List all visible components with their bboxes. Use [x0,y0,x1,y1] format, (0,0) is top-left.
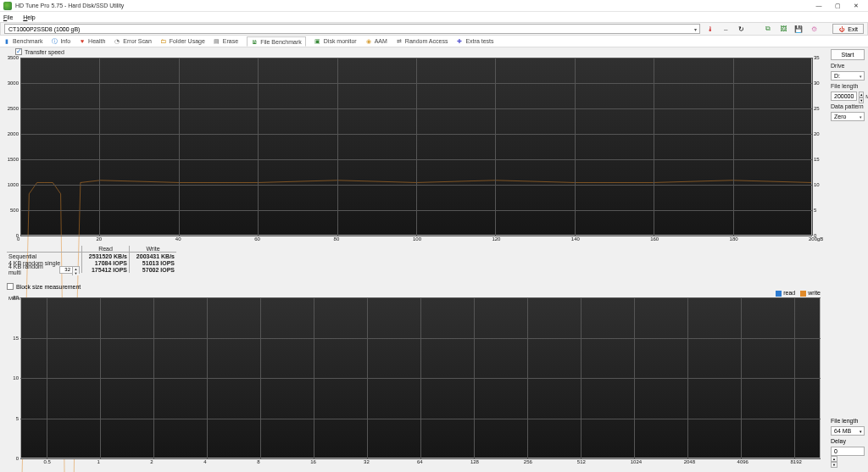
tab-benchmark[interactable]: ▮Benchmark [3,38,42,45]
drive-label: Drive [831,63,865,69]
exit-icon: ⏻ [838,25,845,32]
extra-icon: ✚ [456,38,463,45]
transfer-legend-label: Transfer speed [25,49,64,55]
file-benchmark-panel: Transfer speed 0500100015002000250030003… [0,47,868,472]
tab-folder-usage[interactable]: 🗀Folder Usage [160,38,205,45]
row-4k-multi: 4 KB random multi ▲▼ [7,266,81,273]
monitor-icon: ▣ [314,38,321,45]
row-sequential: Sequential [7,253,81,259]
close-button[interactable]: ✕ [848,2,865,10]
tab-info[interactable]: ⓘInfo [51,38,70,45]
minimize-button[interactable]: — [810,2,827,10]
delay-input[interactable]: 0 [831,447,865,456]
seq-write: 2003431 KB/s [129,253,176,259]
tab-aam[interactable]: ◉AAM [365,38,387,45]
tab-erase[interactable]: ▤Erase [214,38,238,45]
block-size-checkbox[interactable] [7,283,14,290]
save-icon[interactable]: 💾 [793,24,804,34]
tab-error-scan[interactable]: ◔Error Scan [114,38,151,45]
delay-label: Delay [831,438,865,444]
block-size-label: Block size measurement [16,284,81,290]
options-icon[interactable]: ⚙ [809,24,819,34]
tab-health[interactable]: ♥Health [79,38,105,45]
tab-file-benchmark[interactable]: 🗎File Benchmark [247,36,306,47]
transfer-controls: Start Drive D: File length 200000 ▲▼ MB … [831,49,865,121]
seq-read: 2531520 KB/s [81,253,129,259]
results-table: Read Write Sequential 2531520 KB/s 20034… [7,246,826,281]
block-controls: File length 64 MB▾ Delay 0 ▲▼ [831,418,865,465]
read-swatch [776,291,782,297]
copy-icon[interactable]: ⧉ [763,24,773,34]
menu-bar: File Help [0,12,868,22]
queue-depth-spinner[interactable]: ▲▼ [59,266,80,274]
block-file-length-label: File length [831,418,865,424]
heart-icon: ♥ [79,38,86,45]
drive-letter-select[interactable]: D: [831,71,865,81]
file-length-label: File length [831,83,865,89]
col-read: Read [81,246,129,253]
write-swatch [800,291,806,297]
drive-select[interactable]: CT1000P2SSD8 (1000 gB) [4,24,700,34]
screenshot-icon[interactable]: 🖼 [778,24,788,34]
folder-icon: 🗀 [160,38,167,45]
queue-depth-input[interactable] [60,267,72,273]
app-icon [3,2,12,10]
chart-icon: ▮ [3,38,10,45]
col-write: Write [129,246,176,253]
tab-disk-monitor[interactable]: ▣Disk monitor [314,38,357,45]
info-icon: ⓘ [51,38,58,45]
delay-spinner[interactable]: ▲▼ [831,456,837,465]
4k-single-write: 51013 IOPS [129,259,176,266]
maximize-button[interactable]: ▢ [829,2,846,10]
data-pattern-select[interactable]: Zero [831,112,865,121]
block-legend: read write [776,290,821,297]
tab-bar: ▮Benchmark ⓘInfo ♥Health ◔Error Scan 🗀Fo… [0,36,868,47]
file-length-spinner[interactable]: ▲▼ [859,92,864,101]
transfer-speed-checkbox[interactable] [15,48,22,55]
erase-icon: ▤ [214,38,220,45]
transfer-legend: Transfer speed [7,47,826,56]
drive-select-value: CT1000P2SSD8 (1000 gB) [8,26,80,32]
exit-button[interactable]: ⏻ Exit [832,24,864,34]
drive-toolbar: CT1000P2SSD8 (1000 gB) 🌡 – ↻ ⧉ 🖼 💾 ⚙ ⏻ E… [0,22,868,36]
block-size-row: Block size measurement [7,283,81,290]
transfer-chart-zone: Transfer speed 0500100015002000250030003… [7,47,826,244]
block-chart-zone: read write 05101520MB/s0.512481632641282… [7,290,826,469]
title-bar: HD Tune Pro 5.75 - Hard Disk/SSD Utility… [0,0,868,12]
data-pattern-label: Data pattern [831,103,865,109]
refresh-icon[interactable]: ↻ [736,24,746,34]
random-icon: ⇄ [396,38,403,45]
block-file-length-select[interactable]: 64 MB▾ [831,426,865,436]
start-button[interactable]: Start [831,49,865,60]
4k-single-read: 17084 IOPS [81,259,129,266]
disk-icon: ◔ [114,38,120,45]
temperature-value: – [721,24,731,34]
aam-icon: ◉ [365,38,372,45]
4k-multi-read: 175412 IOPS [81,266,129,273]
tab-extra-tests[interactable]: ✚Extra tests [456,38,493,45]
temperature-icon[interactable]: 🌡 [705,24,715,34]
tab-random-access[interactable]: ⇄Random Access [396,38,448,45]
file-length-input[interactable]: 200000 [831,92,857,101]
menu-help[interactable]: Help [23,14,35,20]
exit-label: Exit [848,26,858,32]
4k-multi-write: 57002 IOPS [129,266,176,273]
file-icon: 🗎 [251,38,258,45]
window-title: HD Tune Pro 5.75 - Hard Disk/SSD Utility [15,3,810,8]
menu-file[interactable]: File [3,14,13,20]
